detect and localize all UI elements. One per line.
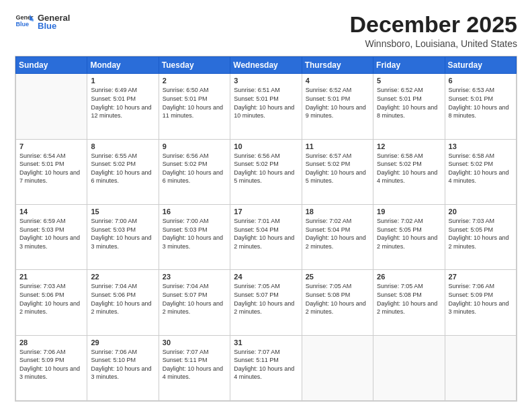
day-cell: 29Sunrise: 7:06 AM Sunset: 5:10 PM Dayli… <box>87 335 159 400</box>
location: Winnsboro, Louisiana, United States <box>349 38 517 49</box>
day-info: Sunrise: 7:02 AM Sunset: 5:05 PM Dayligh… <box>377 217 441 250</box>
day-cell <box>445 335 516 400</box>
page: General Blue General Blue December 2025 … <box>0 0 532 411</box>
day-cell: 31Sunrise: 7:07 AM Sunset: 5:11 PM Dayli… <box>230 335 302 400</box>
day-cell: 9Sunrise: 6:56 AM Sunset: 5:02 PM Daylig… <box>159 139 230 204</box>
day-number: 8 <box>91 142 154 150</box>
day-cell: 30Sunrise: 7:07 AM Sunset: 5:11 PM Dayli… <box>159 335 230 400</box>
day-cell: 1Sunrise: 6:49 AM Sunset: 5:01 PM Daylig… <box>87 74 159 139</box>
day-number: 6 <box>449 77 513 85</box>
day-info: Sunrise: 7:06 AM Sunset: 5:09 PM Dayligh… <box>19 348 83 381</box>
day-number: 20 <box>449 208 513 216</box>
day-info: Sunrise: 6:50 AM Sunset: 5:01 PM Dayligh… <box>163 86 226 120</box>
day-cell <box>16 74 87 139</box>
svg-text:Blue: Blue <box>15 21 29 28</box>
week-row-3: 21Sunrise: 7:03 AM Sunset: 5:06 PM Dayli… <box>16 270 517 335</box>
day-number: 4 <box>306 77 369 85</box>
day-info: Sunrise: 6:52 AM Sunset: 5:01 PM Dayligh… <box>306 86 369 120</box>
day-number: 18 <box>306 208 369 216</box>
day-cell <box>373 335 445 400</box>
day-cell: 7Sunrise: 6:54 AM Sunset: 5:01 PM Daylig… <box>16 139 87 204</box>
day-cell: 12Sunrise: 6:58 AM Sunset: 5:02 PM Dayli… <box>373 139 445 204</box>
day-info: Sunrise: 7:05 AM Sunset: 5:08 PM Dayligh… <box>306 282 369 316</box>
col-thursday: Thursday <box>302 57 373 74</box>
day-info: Sunrise: 6:56 AM Sunset: 5:02 PM Dayligh… <box>163 152 226 185</box>
day-cell: 11Sunrise: 6:57 AM Sunset: 5:02 PM Dayli… <box>302 139 373 204</box>
day-number: 12 <box>377 142 441 150</box>
day-number: 14 <box>19 208 83 216</box>
day-number: 29 <box>91 338 154 347</box>
day-info: Sunrise: 6:55 AM Sunset: 5:02 PM Dayligh… <box>91 152 154 185</box>
day-cell: 3Sunrise: 6:51 AM Sunset: 5:01 PM Daylig… <box>230 74 302 139</box>
day-cell: 10Sunrise: 6:56 AM Sunset: 5:02 PM Dayli… <box>230 139 302 204</box>
day-number: 23 <box>163 273 226 281</box>
day-info: Sunrise: 7:02 AM Sunset: 5:04 PM Dayligh… <box>306 217 369 250</box>
day-cell: 17Sunrise: 7:01 AM Sunset: 5:04 PM Dayli… <box>230 205 302 270</box>
day-cell: 6Sunrise: 6:53 AM Sunset: 5:01 PM Daylig… <box>445 74 516 139</box>
day-cell: 28Sunrise: 7:06 AM Sunset: 5:09 PM Dayli… <box>16 335 87 400</box>
day-number: 15 <box>91 208 154 216</box>
day-cell: 16Sunrise: 7:00 AM Sunset: 5:03 PM Dayli… <box>159 205 230 270</box>
day-number: 7 <box>19 142 83 150</box>
day-number: 17 <box>234 208 298 216</box>
day-number: 2 <box>163 77 226 85</box>
day-info: Sunrise: 7:05 AM Sunset: 5:08 PM Dayligh… <box>377 282 441 316</box>
day-number: 19 <box>377 208 441 216</box>
col-friday: Friday <box>373 57 445 74</box>
week-row-1: 7Sunrise: 6:54 AM Sunset: 5:01 PM Daylig… <box>16 139 517 204</box>
day-info: Sunrise: 7:07 AM Sunset: 5:11 PM Dayligh… <box>163 348 226 381</box>
day-cell: 20Sunrise: 7:03 AM Sunset: 5:05 PM Dayli… <box>445 205 516 270</box>
col-monday: Monday <box>87 57 159 74</box>
day-cell: 15Sunrise: 7:00 AM Sunset: 5:03 PM Dayli… <box>87 205 159 270</box>
day-cell: 5Sunrise: 6:52 AM Sunset: 5:01 PM Daylig… <box>373 74 445 139</box>
col-sunday: Sunday <box>16 57 87 74</box>
day-number: 27 <box>449 273 513 281</box>
day-number: 25 <box>306 273 369 281</box>
header: General Blue General Blue December 2025 … <box>15 12 517 49</box>
day-cell: 18Sunrise: 7:02 AM Sunset: 5:04 PM Dayli… <box>302 205 373 270</box>
logo: General Blue General Blue <box>15 12 70 31</box>
weekday-header-row: Sunday Monday Tuesday Wednesday Thursday… <box>16 57 517 74</box>
logo-icon: General Blue <box>15 12 34 31</box>
day-cell: 24Sunrise: 7:05 AM Sunset: 5:07 PM Dayli… <box>230 270 302 335</box>
title-block: December 2025 Winnsboro, Louisiana, Unit… <box>349 12 517 49</box>
day-info: Sunrise: 7:01 AM Sunset: 5:04 PM Dayligh… <box>234 217 298 250</box>
day-info: Sunrise: 6:58 AM Sunset: 5:02 PM Dayligh… <box>377 152 441 185</box>
day-number: 10 <box>234 142 298 150</box>
col-saturday: Saturday <box>445 57 516 74</box>
day-cell: 23Sunrise: 7:04 AM Sunset: 5:07 PM Dayli… <box>159 270 230 335</box>
day-cell: 4Sunrise: 6:52 AM Sunset: 5:01 PM Daylig… <box>302 74 373 139</box>
day-info: Sunrise: 7:03 AM Sunset: 5:05 PM Dayligh… <box>449 217 513 250</box>
calendar-table: Sunday Monday Tuesday Wednesday Thursday… <box>15 56 517 401</box>
week-row-2: 14Sunrise: 6:59 AM Sunset: 5:03 PM Dayli… <box>16 205 517 270</box>
day-info: Sunrise: 6:51 AM Sunset: 5:01 PM Dayligh… <box>234 86 298 120</box>
day-cell: 22Sunrise: 7:04 AM Sunset: 5:06 PM Dayli… <box>87 270 159 335</box>
day-info: Sunrise: 6:56 AM Sunset: 5:02 PM Dayligh… <box>234 152 298 185</box>
day-info: Sunrise: 6:59 AM Sunset: 5:03 PM Dayligh… <box>19 217 83 250</box>
day-info: Sunrise: 6:52 AM Sunset: 5:01 PM Dayligh… <box>377 86 441 120</box>
day-info: Sunrise: 6:58 AM Sunset: 5:02 PM Dayligh… <box>449 152 513 185</box>
day-cell: 13Sunrise: 6:58 AM Sunset: 5:02 PM Dayli… <box>445 139 516 204</box>
day-number: 3 <box>234 77 298 85</box>
day-number: 28 <box>19 338 83 347</box>
day-number: 21 <box>19 273 83 281</box>
day-number: 13 <box>449 142 513 150</box>
calendar-header: Sunday Monday Tuesday Wednesday Thursday… <box>16 57 517 74</box>
day-cell: 2Sunrise: 6:50 AM Sunset: 5:01 PM Daylig… <box>159 74 230 139</box>
day-info: Sunrise: 7:00 AM Sunset: 5:03 PM Dayligh… <box>163 217 226 250</box>
day-info: Sunrise: 7:04 AM Sunset: 5:07 PM Dayligh… <box>163 282 226 316</box>
day-info: Sunrise: 7:06 AM Sunset: 5:09 PM Dayligh… <box>449 282 513 316</box>
day-cell: 8Sunrise: 6:55 AM Sunset: 5:02 PM Daylig… <box>87 139 159 204</box>
day-number: 31 <box>234 338 298 347</box>
day-number: 16 <box>163 208 226 216</box>
col-tuesday: Tuesday <box>159 57 230 74</box>
col-wednesday: Wednesday <box>230 57 302 74</box>
day-number: 30 <box>163 338 226 347</box>
day-number: 24 <box>234 273 298 281</box>
day-info: Sunrise: 7:03 AM Sunset: 5:06 PM Dayligh… <box>19 282 83 316</box>
day-cell <box>302 335 373 400</box>
day-cell: 21Sunrise: 7:03 AM Sunset: 5:06 PM Dayli… <box>16 270 87 335</box>
day-info: Sunrise: 7:04 AM Sunset: 5:06 PM Dayligh… <box>91 282 154 316</box>
calendar: Sunday Monday Tuesday Wednesday Thursday… <box>15 56 517 402</box>
day-cell: 25Sunrise: 7:05 AM Sunset: 5:08 PM Dayli… <box>302 270 373 335</box>
